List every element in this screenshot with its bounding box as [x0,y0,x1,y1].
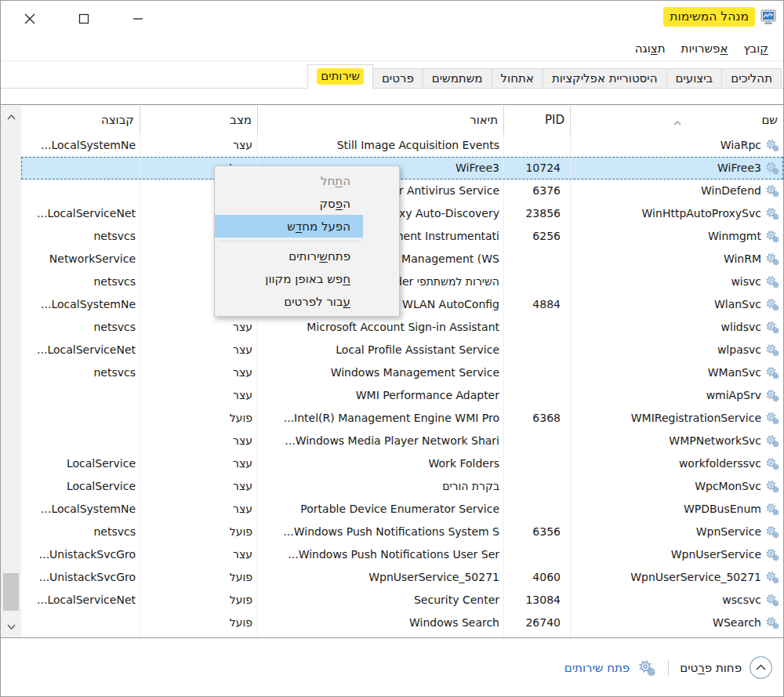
service-description: Local Profile Assistant Service [257,339,503,361]
service-row-WpnUserService[interactable]: WpnUserService...Windows Push Notificati… [21,543,783,566]
service-description: ...Intel(R) Management Engine WMI Pro [257,407,503,430]
service-name-cell: WpnService [570,521,783,543]
column-header-group[interactable]: קבוצה [21,106,140,134]
services-gear-icon [764,434,780,448]
tab-processes[interactable]: תהליכים [721,68,782,89]
service-row-WlanSvc[interactable]: WlanSvc4884WLAN AutoConfigפועל...LocalSy… [21,293,783,316]
service-row-WSearch[interactable]: WSearch26740Windows Searchפועל [21,612,783,634]
open-services-link[interactable]: פתח שירותים [564,661,630,675]
tab-startup[interactable]: אתחול [492,68,543,89]
service-pid: 23856 [503,202,570,225]
service-name-cell: wmiApSrv [570,384,783,407]
service-row-Winmgmt[interactable]: Winmgmt6256...Windows Management Instrum… [21,225,783,248]
menu-view[interactable]: תצוגה [627,38,673,59]
service-status: עצר [140,316,257,339]
services-gear-icon [764,457,780,470]
column-header-status[interactable]: מצב [140,106,257,134]
menu-file[interactable]: קובץ [735,38,776,59]
tab-app-history[interactable]: היסטוריית אפליקציות [543,68,667,89]
menu-options[interactable]: אפשרויות [673,38,736,59]
service-name-cell: WpnUserService [570,543,783,566]
column-header-label: שם [761,113,778,127]
tab-services[interactable]: שירותים [307,64,373,89]
service-row-wmiApSrv[interactable]: wmiApSrvWMI Performance Adapterעצר [21,384,783,407]
context-menu-item-search-online[interactable]: חפש באופן מקוון [215,267,399,290]
service-pid [503,339,570,361]
service-name: WiaRpc [720,134,761,157]
service-status: עצר [140,475,257,498]
tab-label: פרטים [382,71,414,85]
service-row-WpcMonSvc[interactable]: WpcMonSvcבקרת הוריםעצרLocalService [21,475,783,498]
column-header-pid[interactable]: PID [503,106,570,134]
context-menu-item-stop[interactable]: הפסק [215,192,399,215]
tab-performance[interactable]: ביצועים [666,68,723,89]
context-menu-item-go-to-details[interactable]: עבור לפרטים [215,290,399,313]
service-name: wlidsvc [721,316,761,339]
services-gear-icon [764,184,780,198]
close-button[interactable] [21,10,38,27]
service-row-WpnUserService_50271[interactable]: WpnUserService_502714060WpnUserService_5… [21,566,783,589]
tab-label: אתחול [501,71,534,85]
maximize-button[interactable] [75,10,93,27]
menu-bar: קובץאפשרויותתצוגה [1,36,783,61]
service-status: פועל [140,566,257,589]
context-menu-item-open-services[interactable]: פתח שירותים [215,245,399,267]
service-row-WpnService[interactable]: WpnService6356...Windows Push Notificati… [21,521,783,543]
service-name-cell: wlpasvc [570,339,783,361]
service-row-wlpasvc[interactable]: wlpasvcLocal Profile Assistant Serviceעצ… [21,339,783,361]
scrollbar-thumb[interactable] [3,573,19,611]
service-name: wscsvc [722,589,761,612]
service-row-WinRM[interactable]: WinRM...Windows Remote Management (WSעצר… [21,248,783,270]
minimize-icon [132,13,144,25]
service-group: ...LocalSystemNe [21,134,140,157]
service-row-WMIRegistrationService[interactable]: WMIRegistrationService6368...Intel(R) Ma… [21,407,783,430]
column-header-desc[interactable]: תיאור [257,106,503,134]
services-gear-icon [764,343,780,357]
fewer-details-button[interactable] [749,655,773,680]
table-body: WiaRpcStill Image Acquisition Eventsעצר.… [21,134,783,637]
minimize-button[interactable] [129,10,147,27]
service-row-WiFree3[interactable]: WiFree310724WiFree3פועל [21,157,783,180]
service-name-cell: wscsvc [570,589,783,612]
service-pid: 6376 [503,180,570,202]
service-pid [503,543,570,566]
service-row-wlidsvc[interactable]: wlidsvcMicrosoft Account Sign-in Assista… [21,316,783,339]
menu-icon-gutter [363,267,399,290]
service-name-cell: WinHttpAutoProxySvc [570,202,783,225]
services-gear-icon [764,412,780,425]
service-group: ...LocalSystemNe [21,498,140,521]
service-row-workfolderssvc[interactable]: workfolderssvcWork FoldersעצרLocalServic… [21,452,783,475]
service-row-WMPNetworkSvc[interactable]: WMPNetworkSvc...Windows Media Player Net… [21,430,783,452]
service-row-WinDefend[interactable]: WinDefend6376...Defender Antivirus Servi… [21,180,783,202]
column-header-name[interactable]: שם [570,106,783,134]
tab-strip: תהליכיםביצועיםהיסטוריית אפליקציותאתחולמש… [1,66,783,89]
service-description: Windows Search [257,612,503,634]
service-row-WinHttpAutoProxySvc[interactable]: WinHttpAutoProxySvc23856...Web Proxy Aut… [21,202,783,225]
column-header-label: תיאור [470,113,498,127]
tab-details[interactable]: פרטים [372,68,423,89]
service-row-WManSvc[interactable]: WManSvcWindows Management Serviceעצרnets… [21,361,783,384]
service-pid: 4884 [503,293,570,316]
scroll-down-button[interactable] [1,619,21,634]
service-group: ...UnistackSvcGro [21,543,140,566]
tab-users[interactable]: משתמשים [423,68,492,89]
service-status: פועל [140,407,257,430]
service-row-wisvc[interactable]: wisvcהשירות למשתתפי Windows Insiderעצרne… [21,270,783,293]
service-row-WiaRpc[interactable]: WiaRpcStill Image Acquisition Eventsעצר.… [21,134,783,157]
chevron-up-icon [7,114,16,120]
vertical-scrollbar[interactable] [1,106,21,637]
menu-icon-gutter [363,192,399,215]
service-name-cell: WiFree3 [570,157,783,180]
service-description: Windows Management Service [257,361,503,384]
maximize-icon [78,13,90,25]
service-status: עצר [140,452,257,475]
service-row-WPDBusEnum[interactable]: WPDBusEnumPortable Device Enumerator Ser… [21,498,783,521]
context-menu-item-restart[interactable]: הפעל מחדש [215,215,399,238]
services-gear-icon [764,525,780,539]
service-row-wscsvc[interactable]: wscsvc13084Security Centerפועל...LocalSe… [21,589,783,612]
service-pid [503,361,570,384]
service-group [21,612,140,634]
service-name-cell: WlanSvc [570,293,783,316]
scroll-up-button[interactable] [1,109,21,125]
service-description: Microsoft Account Sign-in Assistant [257,316,503,339]
